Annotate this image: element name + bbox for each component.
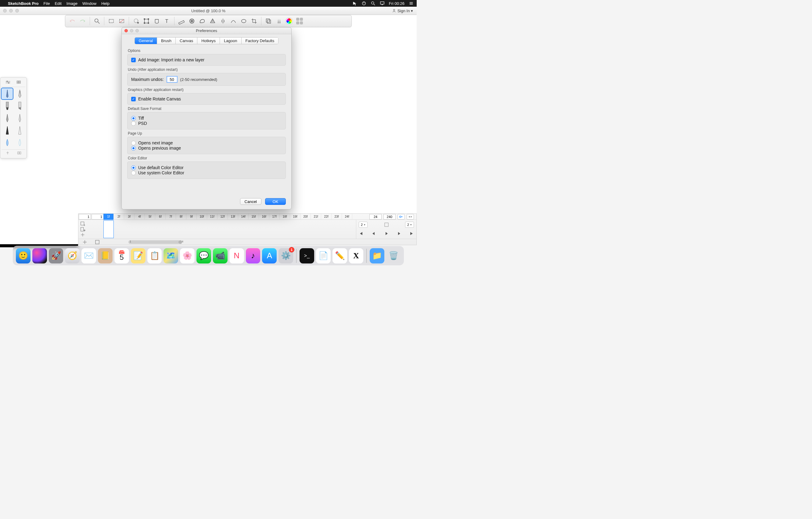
timeline-range-a[interactable] <box>369 214 382 219</box>
brush-palette[interactable] <box>0 77 27 159</box>
keyframe-button[interactable] <box>398 214 405 219</box>
go-end-button[interactable] <box>410 231 414 237</box>
brush-pencil[interactable] <box>2 88 13 99</box>
frame-11f[interactable]: 11f <box>207 214 218 220</box>
frame-14f[interactable]: 14f <box>238 214 249 220</box>
symmetry-tool[interactable] <box>219 17 228 26</box>
timeline-settings-icon[interactable] <box>94 239 100 245</box>
brush-cone[interactable] <box>2 125 13 136</box>
brush-pen[interactable] <box>2 113 13 124</box>
add-blank-icon[interactable] <box>80 232 86 238</box>
menu-image[interactable]: Image <box>66 1 78 6</box>
frame-23f[interactable]: 23f <box>331 214 342 220</box>
dock-terminal[interactable]: >_ <box>299 248 314 264</box>
checkbox-rotate-canvas[interactable]: ✓ Enable Rotate Canvas <box>131 97 282 101</box>
dock-mail[interactable]: ✉️ <box>82 248 96 264</box>
brush-drop-outline[interactable] <box>14 137 25 148</box>
timeline-scrollbar[interactable]: 1 24 <box>78 239 416 245</box>
menubar-clock[interactable]: Fri 00:26 <box>389 1 404 6</box>
radio-default-color-editor[interactable]: Use default Color Editor <box>131 165 282 170</box>
text-tool[interactable]: T <box>163 17 172 26</box>
brush-tech-pen[interactable] <box>14 88 25 99</box>
dock-system-preferences[interactable]: ⚙️1 <box>279 248 293 264</box>
cancel-button[interactable]: Cancel <box>240 198 261 205</box>
timeline-track[interactable] <box>104 220 356 239</box>
brush-grid-icon[interactable] <box>16 80 22 86</box>
dock-safari[interactable]: 🧭 <box>65 248 80 264</box>
dock-contacts[interactable]: 📒 <box>98 248 113 264</box>
menu-help[interactable]: Help <box>101 1 110 6</box>
power-icon[interactable] <box>361 1 366 6</box>
frame-3f[interactable]: 3f <box>124 214 135 220</box>
app-menu[interactable]: SketchBook Pro <box>8 1 38 6</box>
lasso-add-tool[interactable]: + <box>132 17 141 26</box>
dock-calendar[interactable]: APR5 <box>114 248 129 264</box>
menu-extras-icon[interactable] <box>409 1 414 6</box>
undo-button[interactable] <box>68 17 77 26</box>
dock-itunes[interactable]: ♪ <box>246 248 261 264</box>
dock-finder[interactable]: 🙂 <box>16 248 30 264</box>
preferences-titlebar[interactable]: Preferences <box>122 27 291 34</box>
next-frame-button[interactable] <box>397 231 401 237</box>
crop-tool[interactable] <box>250 17 259 26</box>
menu-window[interactable]: Window <box>82 1 96 6</box>
frame-2f[interactable]: 2f <box>114 214 124 220</box>
timeline-current-field[interactable] <box>91 214 104 219</box>
frame-7f[interactable]: 7f <box>166 214 176 220</box>
timeline-frame-ruler[interactable]: 1f2f3f4f5f6f7f8f9f10f11f12f13f14f15f16f1… <box>104 214 367 220</box>
dock-news[interactable]: N <box>229 248 244 264</box>
sliders-icon[interactable] <box>5 80 11 86</box>
frame-12f[interactable]: 12f <box>218 214 228 220</box>
onion-before-select[interactable]: 2 <box>359 222 368 228</box>
add-frame-icon[interactable]: + <box>80 226 86 232</box>
frame-24f[interactable]: 24f <box>342 214 352 220</box>
tab-hotkeys[interactable]: Hotkeys <box>197 37 220 44</box>
ui-toggle-button[interactable] <box>295 17 304 26</box>
frame-9f[interactable]: 9f <box>186 214 197 220</box>
dock-launchpad[interactable]: 🚀 <box>49 248 63 264</box>
checkbox-add-image[interactable]: ✓ Add Image: Import into a new layer <box>131 57 282 62</box>
ruler-tool[interactable] <box>177 17 186 26</box>
frame-16f[interactable]: 16f <box>259 214 269 220</box>
frame-22f[interactable]: 22f <box>321 214 331 220</box>
brush-lib-icon[interactable] <box>17 151 22 156</box>
brush-palette-button[interactable] <box>274 17 283 26</box>
symmetry-radial-tool[interactable] <box>187 17 197 26</box>
menu-file[interactable]: File <box>43 1 50 6</box>
loop-button[interactable] <box>407 214 414 219</box>
frame-18f[interactable]: 18f <box>280 214 290 220</box>
tab-canvas[interactable]: Canvas <box>176 37 197 44</box>
curve-tool[interactable] <box>229 17 238 26</box>
timeline-start-field[interactable] <box>79 214 91 219</box>
dock-reminders[interactable]: 📋 <box>147 248 162 264</box>
frame-21f[interactable]: 21f <box>311 214 321 220</box>
dock-messages[interactable]: 💬 <box>197 248 211 264</box>
dock-facetime[interactable]: 📹 <box>213 248 228 264</box>
color-wheel-button[interactable] <box>285 17 294 26</box>
zoom-tool[interactable] <box>92 17 102 26</box>
frame-13f[interactable]: 13f <box>228 214 238 220</box>
frame-10f[interactable]: 10f <box>197 214 207 220</box>
perspective-tool[interactable] <box>208 17 217 26</box>
frame-4f[interactable]: 4f <box>135 214 145 220</box>
dock-notes[interactable]: 📝 <box>131 248 145 264</box>
tab-general[interactable]: General <box>135 37 157 44</box>
select-rect-tool[interactable] <box>107 17 116 26</box>
play-button[interactable] <box>384 231 388 237</box>
frame-20f[interactable]: 20f <box>300 214 311 220</box>
radio-next-image[interactable]: Opens next image <box>131 140 282 145</box>
frame-19f[interactable]: 19f <box>290 214 300 220</box>
ok-button[interactable]: OK <box>265 198 286 205</box>
timeline-add-icon[interactable] <box>82 239 88 245</box>
redo-button[interactable] <box>78 17 87 26</box>
airplay-icon[interactable] <box>380 1 385 6</box>
brush-chisel[interactable] <box>14 101 25 111</box>
dock-maps[interactable]: 🗺️ <box>164 248 178 264</box>
transform-tool[interactable] <box>142 17 151 26</box>
brush-fill-cone[interactable] <box>14 125 25 136</box>
dock-textedit[interactable]: 📄 <box>316 248 331 264</box>
dock-siri[interactable] <box>32 248 47 264</box>
brush-pin-icon[interactable] <box>5 151 10 156</box>
radio-psd[interactable]: PSD <box>131 121 282 126</box>
french-curve-tool[interactable] <box>198 17 207 26</box>
